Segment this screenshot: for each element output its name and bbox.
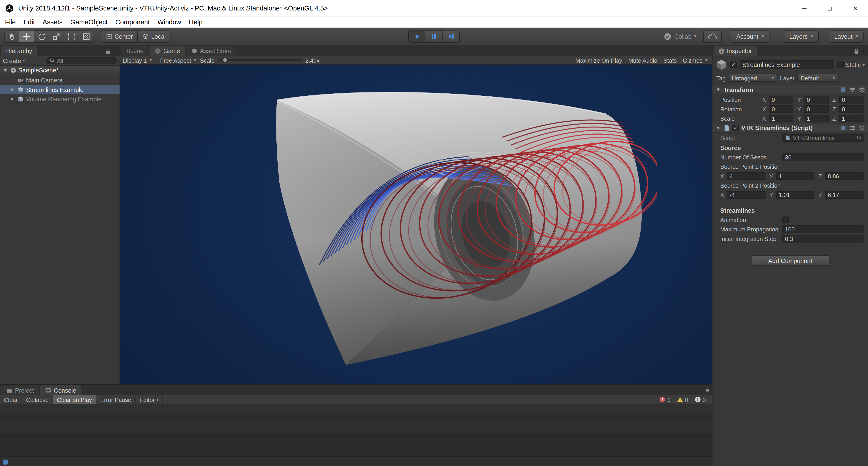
create-dropdown[interactable]: Create▾ — [3, 57, 25, 64]
menu-help[interactable]: Help — [185, 18, 206, 26]
presets-icon[interactable] — [849, 86, 856, 93]
play-button[interactable] — [408, 30, 425, 42]
error-count-toggle[interactable]: 0 — [656, 396, 674, 403]
scale-slider-thumb[interactable] — [222, 57, 227, 62]
point1-y-field[interactable]: 1 — [776, 172, 814, 180]
rotation-y-field[interactable]: 0 — [804, 105, 829, 113]
panel-menu-icon[interactable]: ≡ — [862, 48, 865, 54]
menu-gameobject[interactable]: GameObject — [66, 18, 112, 26]
menu-file[interactable]: File — [1, 18, 20, 26]
pivot-local-button[interactable]: Local — [138, 30, 170, 42]
seeds-field[interactable]: 36 — [782, 153, 863, 161]
scene-menu-icon[interactable]: ≡ — [111, 66, 115, 73]
point2-y-field[interactable]: 1.01 — [776, 191, 814, 198]
panel-menu-icon[interactable]: ≡ — [706, 387, 709, 394]
console-editor-button[interactable]: Editor▾ — [136, 395, 163, 404]
console-clear-button[interactable]: Clear — [0, 395, 22, 404]
position-y-field[interactable]: 0 — [804, 95, 829, 103]
lock-icon[interactable] — [105, 48, 111, 54]
console-error-pause-button[interactable]: Error Pause — [96, 395, 136, 404]
hierarchy-item-main-camera[interactable]: Main Camera — [0, 75, 120, 85]
hierarchy-item-streamlines-example[interactable]: ▶Streamlines Example — [0, 85, 120, 94]
menu-component[interactable]: Component — [112, 18, 154, 26]
tab-asset-store[interactable]: Asset Store — [186, 46, 236, 56]
panel-menu-icon[interactable]: ≡ — [706, 48, 709, 54]
console-clear-on-play-button[interactable]: Clear on Play — [53, 395, 96, 404]
scene-row[interactable]: ▼ SampleScene* ≡ — [0, 66, 120, 75]
game-viewport[interactable] — [120, 65, 712, 384]
rect-tool-button[interactable] — [64, 30, 79, 42]
info-count-toggle[interactable]: 0 — [691, 396, 709, 403]
menu-assets[interactable]: Assets — [39, 18, 66, 26]
animation-checkbox[interactable] — [782, 216, 789, 223]
scale-x-field[interactable]: 1 — [769, 114, 794, 122]
tab-scene[interactable]: Scene — [121, 46, 149, 56]
gear-icon[interactable] — [859, 125, 865, 131]
help-book-icon[interactable] — [840, 125, 846, 131]
script-object-field[interactable]: VTKStreamlines — [782, 134, 863, 142]
panel-menu-icon[interactable]: ≡ — [113, 48, 117, 54]
console-collapse-button[interactable]: Collapse — [22, 395, 53, 404]
component-enabled-checkbox[interactable]: ✓ — [732, 125, 739, 131]
step-button[interactable] — [443, 30, 460, 42]
menu-window[interactable]: Window — [154, 18, 185, 26]
pivot-center-button[interactable]: Center — [101, 30, 138, 42]
transform-component-header[interactable]: ▼ Transform — [712, 85, 868, 95]
warning-count-toggle[interactable]: 0 — [674, 396, 691, 403]
account-dropdown[interactable]: Account▾ — [731, 30, 769, 42]
help-book-icon[interactable] — [840, 86, 846, 93]
object-picker-icon[interactable] — [857, 136, 861, 139]
tag-dropdown[interactable]: Untagged▾ — [728, 73, 777, 82]
scale-z-field[interactable]: 1 — [839, 114, 864, 122]
add-component-button[interactable]: Add Component — [751, 255, 829, 266]
stats-toggle[interactable]: Stats — [663, 57, 677, 63]
maximize-button[interactable]: □ — [817, 0, 842, 17]
layout-dropdown[interactable]: Layout▾ — [829, 30, 863, 42]
tab-game[interactable]: Game — [150, 46, 185, 56]
rotation-z-field[interactable]: 0 — [839, 105, 864, 113]
position-z-field[interactable]: 0 — [839, 95, 864, 103]
layers-dropdown[interactable]: Layers▾ — [784, 30, 818, 42]
presets-icon[interactable] — [849, 125, 856, 131]
initial-step-field[interactable]: 0.3 — [782, 235, 863, 242]
minimize-button[interactable]: ─ — [792, 0, 817, 17]
cloud-button[interactable] — [703, 30, 722, 42]
pause-button[interactable] — [425, 30, 442, 42]
scale-slider[interactable] — [218, 59, 302, 61]
foldout-open-icon[interactable]: ▼ — [715, 87, 721, 92]
close-button[interactable]: ✕ — [842, 0, 868, 17]
foldout-open-icon[interactable]: ▼ — [2, 68, 8, 73]
rotation-x-field[interactable]: 0 — [769, 105, 794, 113]
position-x-field[interactable]: 0 — [769, 95, 794, 103]
maximize-on-play-toggle[interactable]: Maximize On Play — [576, 57, 622, 63]
move-tool-button[interactable] — [19, 30, 34, 42]
foldout-closed-icon[interactable]: ▶ — [9, 96, 16, 101]
vtk-component-header[interactable]: ▼ ✓ VTK Streamlines (Script) — [712, 123, 868, 133]
display-dropdown[interactable]: Display 1▾ — [123, 57, 152, 63]
gizmos-dropdown[interactable]: Gizmos▾ — [683, 57, 708, 63]
foldout-closed-icon[interactable]: ▶ — [9, 87, 16, 92]
lock-icon[interactable] — [854, 48, 859, 54]
active-checkbox[interactable]: ✓ — [730, 62, 737, 68]
max-propagation-field[interactable]: 100 — [782, 225, 863, 233]
scale-tool-button[interactable] — [49, 30, 64, 42]
hierarchy-item-volume-rendering-example[interactable]: ▶Volume Rendering Example — [0, 94, 120, 103]
hand-tool-button[interactable] — [4, 30, 19, 42]
mute-audio-toggle[interactable]: Mute Audio — [628, 57, 657, 63]
tab-inspector[interactable]: Inspector — [714, 46, 757, 56]
point2-x-field[interactable]: -4 — [727, 191, 765, 198]
point1-x-field[interactable]: 4 — [727, 172, 765, 180]
layer-dropdown[interactable]: Default▾ — [797, 73, 838, 82]
tab-hierarchy[interactable]: Hierarchy — [1, 46, 37, 56]
hierarchy-search-input[interactable]: All — [46, 57, 117, 64]
tab-project[interactable]: Project — [1, 385, 39, 395]
static-caret-icon[interactable]: ▾ — [863, 62, 865, 67]
rotate-tool-button[interactable] — [34, 30, 50, 42]
console-log-list[interactable] — [0, 404, 712, 436]
static-checkbox[interactable] — [837, 62, 844, 68]
object-name-field[interactable]: Streamlines Example — [740, 60, 835, 69]
collab-button[interactable]: Collab ▾ — [664, 32, 696, 40]
tab-console[interactable]: Console — [40, 385, 81, 395]
gear-icon[interactable] — [859, 86, 865, 93]
foldout-open-icon[interactable]: ▼ — [715, 125, 721, 130]
